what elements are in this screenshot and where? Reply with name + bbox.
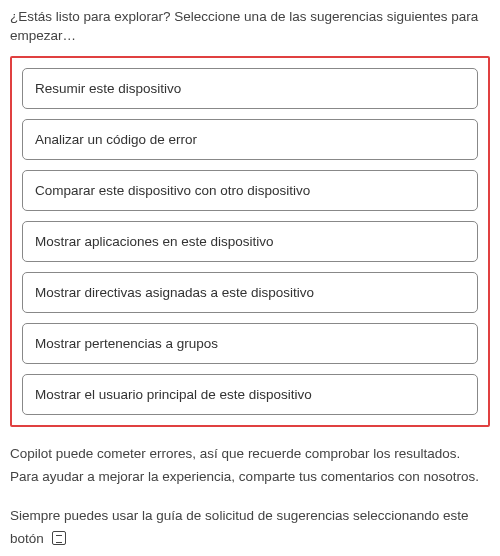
- suggestion-show-apps[interactable]: Mostrar aplicaciones en este dispositivo: [22, 221, 478, 262]
- suggestion-show-primary-user[interactable]: Mostrar el usuario principal de este dis…: [22, 374, 478, 415]
- guide-text-line: Siempre puedes usar la guía de solicitud…: [10, 505, 490, 551]
- suggestion-show-policies[interactable]: Mostrar directivas asignadas a este disp…: [22, 272, 478, 313]
- intro-text: ¿Estás listo para explorar? Seleccione u…: [10, 8, 490, 46]
- suggestion-summarize-device[interactable]: Resumir este dispositivo: [22, 68, 478, 109]
- suggestion-label: Comparar este dispositivo con otro dispo…: [35, 183, 310, 198]
- suggestion-analyze-error[interactable]: Analizar un código de error: [22, 119, 478, 160]
- suggestion-label: Mostrar aplicaciones en este dispositivo: [35, 234, 274, 249]
- suggestion-label: Analizar un código de error: [35, 132, 197, 147]
- suggestion-label: Mostrar directivas asignadas a este disp…: [35, 285, 314, 300]
- suggestion-label: Mostrar pertenencias a grupos: [35, 336, 218, 351]
- suggestion-compare-device[interactable]: Comparar este dispositivo con otro dispo…: [22, 170, 478, 211]
- suggestion-show-groups[interactable]: Mostrar pertenencias a grupos: [22, 323, 478, 364]
- disclaimer-text: Copilot puede cometer errores, así que r…: [10, 443, 490, 489]
- guide-icon[interactable]: [52, 531, 66, 545]
- suggestion-label: Mostrar el usuario principal de este dis…: [35, 387, 312, 402]
- suggestion-label: Resumir este dispositivo: [35, 81, 181, 96]
- suggestions-container: Resumir este dispositivo Analizar un cód…: [10, 56, 490, 427]
- guide-text: Siempre puedes usar la guía de solicitud…: [10, 508, 469, 546]
